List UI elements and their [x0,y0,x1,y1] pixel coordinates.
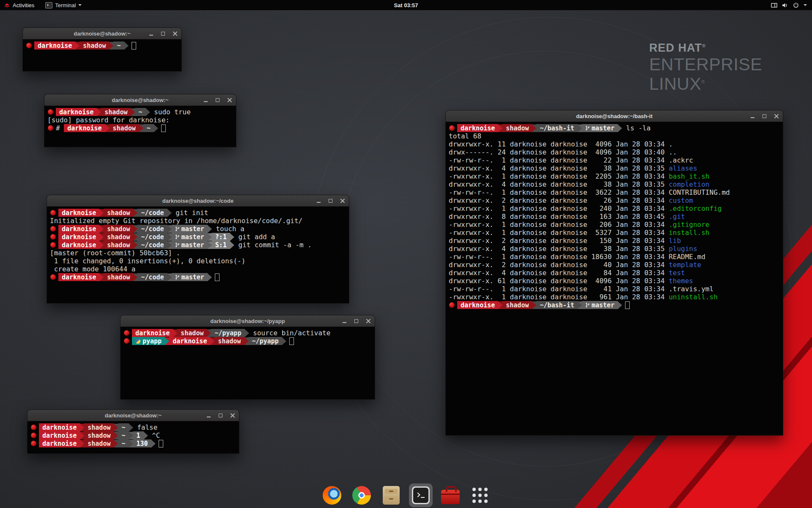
system-menu[interactable] [771,0,812,10]
terminal-text: -rwxrwxr-x. 1 darknoise darknoise 2205 J… [449,172,669,180]
terminal-line: drwxrwxr-x. 2 darknoise darknoise 26 Jan… [449,196,780,204]
dock-item-terminal[interactable] [409,483,433,507]
powerline-arrow-icon [133,273,137,281]
terminal-text: .editorconfig [669,204,721,213]
maximize-button[interactable] [160,31,166,36]
close-button[interactable] [340,198,345,204]
minimize-button[interactable] [750,113,755,119]
rhel-branding: RED HAT® ENTERPRISE LINUX® [649,42,762,93]
minimize-button[interactable] [148,31,154,36]
titlebar[interactable]: darknoise@shadow:~/code [47,195,349,207]
terminal-line: [master (root-commit) 50bcb63] . [50,249,346,257]
terminal-line: -rw-rw-r--. 1 darknoise darknoise 18630 … [449,253,780,261]
redhat-prompt-icon [48,125,53,131]
titlebar[interactable]: darknoise@shadow:~ [27,410,239,421]
terminal-content[interactable]: darknoiseshadow~ sudo true[sudo] passwor… [44,106,236,147]
terminal-text: .gitignore [669,221,709,229]
prompt-segment-path: ~/code [137,241,167,249]
prompt-segment-branch: master [172,241,208,249]
prompt-segment-host: shadow [101,108,131,116]
branding-line-enterprise: ENTERPRISE [649,56,762,73]
maximize-button[interactable] [215,97,220,103]
powerline-arrow-icon [105,124,110,132]
terminal-text: plugins [669,245,697,253]
activities-button[interactable]: Activities [0,0,38,10]
minimize-button[interactable] [203,97,208,103]
git-branch-icon [175,234,180,240]
branding-line-redhat: RED HAT® [649,42,762,54]
terminal-line: drwxrwxr-x. 4 darknoise darknoise 38 Jan… [449,164,780,172]
minimize-button[interactable] [206,413,211,418]
prompt-segment-user: darknoise [58,241,99,249]
powerline-arrow-icon [133,225,137,233]
caret-down-icon [78,4,82,6]
top-bar: Activities Terminal Sat 03:57 [0,0,812,10]
maximize-button[interactable] [328,198,333,204]
prompt-segment-user: darknoise [39,431,80,439]
terminal-text: 1 file changed, 0 insertions(+), 0 delet… [50,257,245,265]
terminal-content[interactable]: darknoiseshadow~/pyapp source bin/activa… [121,327,375,399]
dock-item-chrome[interactable] [350,483,373,507]
terminal-line: -rwxrwxr-x. 1 darknoise darknoise 206 Ja… [449,221,780,229]
minimize-button[interactable] [316,198,321,204]
app-menu-label: Terminal [55,2,76,8]
dock-item-firefox[interactable] [320,483,344,507]
close-button[interactable] [365,318,371,324]
terminal-content[interactable]: darknoiseshadow~/code git initInitialize… [47,207,349,303]
git-branch-icon [175,274,180,280]
terminal-text: drwxrwxr-x. 4 darknoise darknoise 38 Jan… [449,164,669,172]
terminal-content[interactable]: darknoiseshadow~/bash-itmaster ls -latot… [446,122,783,435]
powerline-arrow-icon [208,241,212,249]
app-menu-terminal[interactable]: Terminal [41,0,85,10]
dock-item-toolbox[interactable] [439,483,462,507]
terminal-text: drwxrwxr-x. 4 darknoise darknoise 38 Jan… [449,180,669,188]
prompt-segment-branch: master [172,225,208,233]
maximize-button[interactable] [218,413,223,418]
prompt-segment-user: darknoise [58,273,99,281]
powerline-arrow-icon [144,432,148,439]
close-button[interactable] [172,31,178,36]
terminal-line: darknoiseshadow~130 [30,439,236,447]
terminal-line: darknoiseshadow~/codemaster [50,273,346,281]
powerline-arrow-icon [133,233,137,241]
terminal-line: -rw-rw-r--. 1 darknoise darknoise 41 Jan… [449,285,780,293]
powerline-arrow-icon [114,432,118,439]
prompt-segment-host: shadow [502,301,532,309]
maximize-button[interactable] [354,318,359,324]
clock[interactable]: Sat 03:57 [394,2,418,8]
prompt-segment-path: ~/code [137,273,167,281]
titlebar[interactable]: darknoise@shadow:~ [23,28,181,39]
dock-item-app-grid[interactable] [468,483,492,507]
terminal-line: total 68 [449,132,780,140]
terminal-line: drwxrwxr-x. 61 darknoise darknoise 4096 … [449,277,780,285]
terminal-text: ls -la [622,124,650,132]
dock-item-files[interactable] [379,483,403,507]
prompt-segment-branch: master [172,233,208,241]
close-button[interactable] [227,97,232,103]
maximize-button[interactable] [762,113,767,119]
powerline-arrow-icon [230,241,234,249]
terminal-line: drwxrwxr-x. 4 darknoise darknoise 84 Jan… [449,269,780,277]
minimize-button[interactable] [342,318,347,324]
powerline-arrow-icon [167,233,172,241]
dock [320,483,492,507]
terminal-content[interactable]: darknoiseshadow~ [23,39,181,71]
titlebar[interactable]: darknoise@shadow:~/pyapp [121,315,375,327]
prompt-segment-user: darknoise [64,124,105,132]
powerline-arrow-icon [244,337,249,345]
powerline-arrow-icon [80,440,84,447]
close-button[interactable] [774,113,779,119]
terminal-line: -rw-rw-r--. 1 darknoise darknoise 3622 J… [449,188,780,196]
terminal-window-pyapp: darknoise@shadow:~/pyapp darknoiseshadow… [120,315,375,400]
terminal-line: 1 file changed, 0 insertions(+), 0 delet… [50,257,346,265]
redhat-prompt-icon [50,226,56,232]
close-button[interactable] [230,413,235,418]
registered-mark: ® [701,79,705,84]
titlebar[interactable]: darknoise@shadow:~/bash-it [446,110,783,122]
titlebar[interactable]: darknoise@shadow:~ [44,94,236,106]
terminal-content[interactable]: darknoiseshadow~ falsedarknoiseshadow~1 … [27,421,239,453]
window-tile-icon [771,3,777,8]
terminal-text: aliases [669,164,697,172]
powerline-arrow-icon [99,233,104,241]
powerline-arrow-icon [498,301,502,309]
